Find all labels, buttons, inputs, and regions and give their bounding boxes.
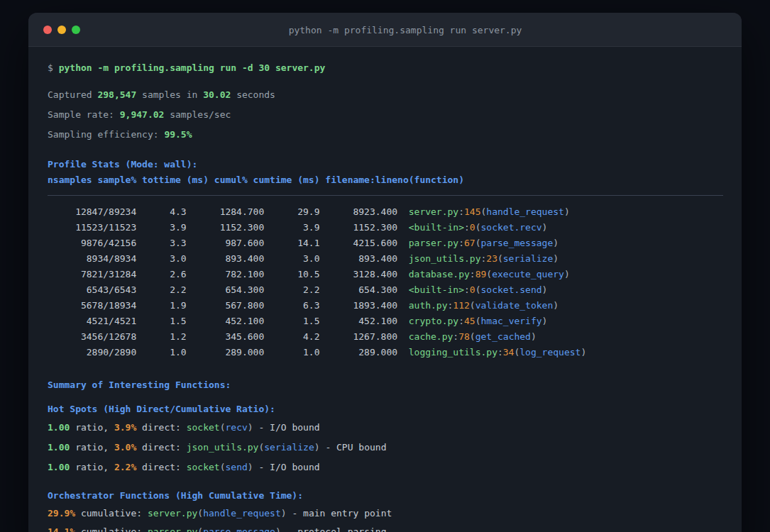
profile-stats-heading: Profile Stats (Mode: wall): [48,157,197,172]
maximize-button[interactable] [72,26,80,34]
table-row: 9876/42156 3.3 987.600 14.1 4215.600 par… [48,235,586,251]
titlebar[interactable]: python -m profiling.sampling run server.… [28,13,742,47]
table-row: 12847/89234 4.3 1284.700 29.9 8923.400 s… [48,204,586,220]
command-line: $ python -m profiling.sampling run -d 30… [48,60,325,76]
table-row: 11523/11523 3.9 1152.300 3.9 1152.300 <b… [48,220,586,235]
hotspots-heading: Hot Spots (High Direct/Cumulative Ratio)… [48,401,275,417]
table-row: 4521/4521 1.5 452.100 1.5 452.100 crypto… [48,314,586,329]
command-text: python -m profiling.sampling run -d 30 s… [59,62,326,73]
hotspot-line: 1.00 ratio, 2.2% direct: socket(send) - … [48,460,320,475]
table-row: 3456/12678 1.2 345.600 4.2 1267.800 cach… [48,329,586,345]
table-divider [48,195,723,196]
orchestrator-heading: Orchestrator Functions (High Cumulative … [48,488,303,504]
table-row: 7821/31284 2.6 782.100 10.5 3128.400 dat… [48,267,586,282]
captured-samples-line: Captured 298,547 samples in 30.02 second… [48,87,275,103]
table-row: 5678/18934 1.9 567.800 6.3 1893.400 auth… [48,298,586,314]
close-button[interactable] [43,26,52,34]
summary-heading: Summary of Interesting Functions: [48,377,231,393]
minimize-button[interactable] [57,26,66,34]
sample-rate-line: Sample rate: 9,947.02 samples/sec [48,107,231,123]
profile-table: 12847/89234 4.3 1284.700 29.9 8923.400 s… [48,204,586,360]
sampling-efficiency-line: Sampling efficiency: 99.5% [48,127,192,143]
prompt-symbol: $ [48,62,59,73]
terminal-window: python -m profiling.sampling run server.… [28,13,742,532]
hotspot-line: 1.00 ratio, 3.9% direct: socket(recv) - … [48,420,320,436]
table-row: 6543/6543 2.2 654.300 2.2 654.300 <built… [48,282,586,298]
hotspot-line: 1.00 ratio, 3.0% direct: json_utils.py(s… [48,440,386,455]
table-row: 2890/2890 1.0 289.000 1.0 289.000 loggin… [48,345,586,360]
window-title: python -m profiling.sampling run server.… [289,13,522,47]
table-row: 8934/8934 3.0 893.400 3.0 893.400 json_u… [48,251,586,267]
orchestrator-line: 14.1% cumulative: parser.py(parse_messag… [48,524,386,532]
traffic-lights [43,26,80,34]
table-header: nsamples sample% tottime (ms) cumul% cum… [48,172,464,188]
orchestrator-line: 29.9% cumulative: server.py(handle_reque… [48,506,392,521]
